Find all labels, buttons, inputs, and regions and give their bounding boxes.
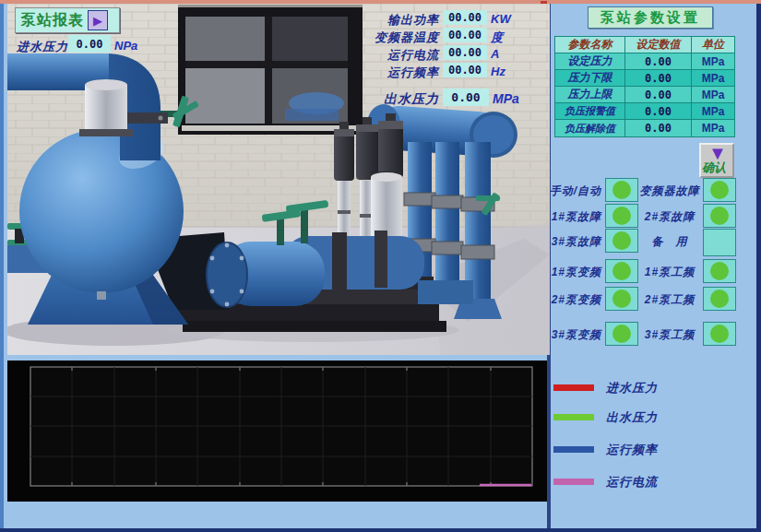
status-label-manual-auto: 手动/自动 xyxy=(546,183,601,199)
indicator-dot xyxy=(710,262,729,280)
pressure-tank xyxy=(19,129,188,325)
param-value[interactable]: 0.00 xyxy=(625,87,692,103)
status-label-pump2-mains: 2#泵工频 xyxy=(636,292,703,308)
status-label-pump3-vfd: 3#泵变频 xyxy=(546,327,601,343)
indicator-dot xyxy=(612,207,631,225)
table-row: 负压解除值 0.00 MPa xyxy=(555,120,734,136)
param-unit: MPa xyxy=(692,120,734,136)
running-current-value: 00.00 xyxy=(443,45,487,60)
outlet-pressure-value: 0.00 xyxy=(443,89,489,106)
play-icon[interactable]: ▶ xyxy=(88,10,108,30)
indicator-pump3-mains xyxy=(703,322,736,346)
indicator-dot xyxy=(612,325,631,343)
status-label-pump1-mains: 1#泵工频 xyxy=(636,265,703,280)
table-row: 设定压力 0.00 MPa xyxy=(555,53,734,70)
param-value[interactable]: 0.00 xyxy=(625,120,692,136)
output-power-label: 输出功率 xyxy=(338,12,439,29)
legend-label-inlet: 进水压力 xyxy=(606,380,658,396)
inlet-pressure-value: 0.00 xyxy=(68,35,111,53)
table-row: 压力下限 0.00 MPa xyxy=(555,70,734,87)
param-name: 负压报警值 xyxy=(555,103,625,120)
pump-station-hmi: 泵站报表 ▶ 进水压力 0.00 NPa 输出功率 00.00 KW 变频器温度… xyxy=(0,0,761,532)
indicator-pump2-fault xyxy=(703,204,736,228)
status-label-spare: 备 用 xyxy=(636,234,703,250)
indicator-dot xyxy=(710,290,729,308)
indicator-dot xyxy=(710,325,729,343)
outlet-pressure-label: 出水压力 xyxy=(338,91,439,108)
param-unit: MPa xyxy=(692,53,734,70)
settings-panel-title: 泵站参数设置 xyxy=(588,6,713,29)
running-freq-value: 00.00 xyxy=(443,63,487,77)
legend-swatch-outlet xyxy=(553,414,594,420)
frame-bottom-strip xyxy=(0,528,761,532)
confirm-button[interactable]: ▼ 确认 xyxy=(699,143,734,178)
running-current-unit: A xyxy=(491,47,499,61)
status-label-pump1-vfd: 1#泵变频 xyxy=(546,265,601,280)
indicator-spare xyxy=(703,229,736,256)
frame-right-strip xyxy=(756,4,761,528)
param-name: 压力下限 xyxy=(555,70,625,87)
param-value[interactable]: 0.00 xyxy=(625,53,692,70)
status-label-pump1-fault: 1#泵故障 xyxy=(546,209,601,225)
inlet-pressure-unit: NPa xyxy=(114,39,137,53)
indicator-pump2-mains xyxy=(703,287,736,311)
inlet-pressure-label: 进水压力 xyxy=(11,39,68,55)
indicator-dot xyxy=(612,231,631,250)
confirm-button-label: 确认 xyxy=(702,160,726,176)
table-row: 负压报警值 0.00 MPa xyxy=(555,103,734,120)
report-button-label: 泵站报表 xyxy=(21,11,84,30)
indicator-dot xyxy=(710,181,729,199)
legend-swatch-freq xyxy=(553,446,594,453)
tank-top-fitting xyxy=(79,79,133,136)
indicator-vfd-fault xyxy=(703,178,736,202)
param-value[interactable]: 0.00 xyxy=(625,70,692,87)
indicator-dot xyxy=(612,290,631,308)
indicator-pump1-fault xyxy=(605,204,638,228)
frame-left-strip xyxy=(0,4,4,528)
param-unit: MPa xyxy=(692,87,734,103)
indicator-dot xyxy=(612,262,631,280)
status-label-pump3-fault: 3#泵故障 xyxy=(546,234,601,250)
inverter-temp-unit: 度 xyxy=(491,30,503,46)
status-label-vfd-fault: 变频器故障 xyxy=(636,183,703,199)
legend-label-outlet: 出水压力 xyxy=(606,409,658,426)
param-value[interactable]: 0.00 xyxy=(625,103,692,120)
trend-chart xyxy=(7,361,547,502)
indicator-pump1-mains xyxy=(703,259,736,283)
window xyxy=(178,5,363,135)
param-name: 负压解除值 xyxy=(555,120,625,136)
inverter-temp-value: 00.00 xyxy=(443,28,487,42)
legend-swatch-current xyxy=(553,479,594,485)
param-unit: MPa xyxy=(692,103,734,120)
indicator-pump3-vfd xyxy=(605,322,638,346)
running-freq-unit: Hz xyxy=(491,65,505,78)
pump-motors xyxy=(334,113,403,181)
indicator-manual-auto xyxy=(605,178,638,202)
status-label-pump3-mains: 3#泵工频 xyxy=(636,327,703,343)
col-header-value: 设定数值 xyxy=(625,37,692,53)
status-label-pump2-vfd: 2#泵变频 xyxy=(546,292,601,308)
report-button[interactable]: 泵站报表 ▶ xyxy=(15,7,120,33)
legend-label-freq: 运行频率 xyxy=(606,442,658,458)
output-power-value: 00.00 xyxy=(443,10,487,25)
legend-swatch-inlet xyxy=(553,384,594,391)
outlet-pressure-unit: MPa xyxy=(493,91,519,106)
legend-label-current: 运行电流 xyxy=(606,474,658,491)
col-header-name: 参数名称 xyxy=(555,37,625,53)
col-header-unit: 单位 xyxy=(692,37,734,53)
running-current-label: 运行电流 xyxy=(338,47,439,64)
running-freq-label: 运行频率 xyxy=(338,65,439,81)
output-power-unit: KW xyxy=(491,12,511,26)
indicator-pump1-vfd xyxy=(605,259,638,283)
param-name: 设定压力 xyxy=(555,53,625,70)
indicator-pump3-fault xyxy=(605,229,638,253)
inverter-temp-label: 变频器温度 xyxy=(338,30,439,46)
table-row: 压力上限 0.00 MPa xyxy=(555,87,734,103)
param-name: 压力上限 xyxy=(555,87,625,103)
indicator-pump2-vfd xyxy=(605,287,638,311)
status-label-pump2-fault: 2#泵故障 xyxy=(636,209,703,225)
parameter-table: 参数名称 设定数值 单位 设定压力 0.00 MPa 压力下限 0.00 MPa… xyxy=(554,36,735,137)
param-unit: MPa xyxy=(692,70,734,87)
parameter-table-header: 参数名称 设定数值 单位 xyxy=(555,37,734,53)
indicator-dot xyxy=(612,181,631,199)
